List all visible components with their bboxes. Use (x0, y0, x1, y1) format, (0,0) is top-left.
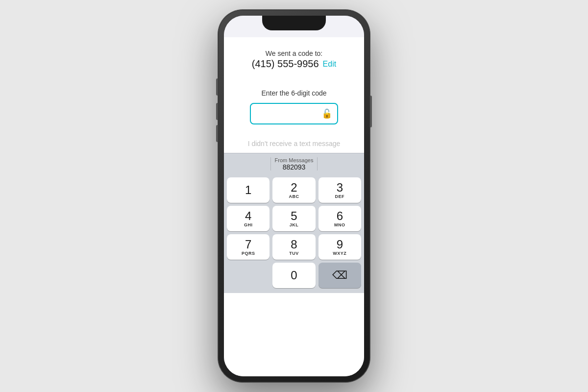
resend-label[interactable]: I didn't receive a text message (248, 140, 341, 147)
key-7-letters: PQRS (242, 251, 255, 256)
key-4-number: 4 (245, 210, 251, 222)
paste-icon: 🔓 (321, 108, 332, 119)
notch-area (224, 16, 364, 37)
edit-link[interactable]: Edit (323, 60, 337, 69)
key-4[interactable]: 4 GHI (227, 206, 270, 231)
key-empty (227, 263, 270, 288)
key-5[interactable]: 5 JKL (272, 206, 315, 231)
phone-number: (415) 555-9956 (252, 58, 319, 70)
key-9[interactable]: 9 WXYZ (318, 234, 361, 260)
resend-section: I didn't receive a text message (234, 139, 354, 153)
notch (262, 16, 326, 30)
code-input-section: Enter the 6-digit code 🔓 (234, 89, 354, 124)
key-8-letters: TUV (289, 251, 299, 256)
key-2[interactable]: 2 ABC (272, 177, 315, 203)
key-2-letters: ABC (289, 194, 299, 199)
key-1-number: 1 (245, 184, 251, 196)
keyboard-suggestion-bar[interactable]: From Messages 882093 (224, 153, 364, 174)
key-4-letters: GHI (244, 222, 253, 227)
key-6-number: 6 (337, 210, 343, 222)
key-2-number: 2 (291, 182, 297, 194)
key-7-number: 7 (245, 239, 251, 250)
phone-number-row: (415) 555-9956 Edit (234, 58, 354, 70)
key-6-letters: MNO (334, 222, 345, 227)
key-3-number: 3 (337, 182, 343, 194)
key-3[interactable]: 3 DEF (318, 177, 361, 203)
key-1[interactable]: 1 (227, 177, 270, 203)
app-content: We sent a code to: (415) 555-9956 Edit E… (224, 37, 364, 153)
suggestion-code-value: 882093 (283, 163, 306, 171)
numpad: 1 2 ABC 3 DEF 4 GHI (224, 174, 364, 293)
numpad-bottom-row: 0 ⌫ (227, 263, 361, 288)
backspace-key[interactable]: ⌫ (318, 263, 361, 288)
screen-content: We sent a code to: (415) 555-9956 Edit E… (224, 37, 364, 376)
key-0-number: 0 (291, 270, 297, 281)
key-0[interactable]: 0 (272, 263, 315, 288)
key-8[interactable]: 8 TUV (272, 234, 315, 260)
key-9-letters: WXYZ (333, 251, 346, 256)
key-5-letters: JKL (290, 222, 299, 227)
code-input-box[interactable]: 🔓 (250, 103, 338, 124)
key-5-number: 5 (291, 210, 297, 222)
phone-device: We sent a code to: (415) 555-9956 Edit E… (218, 10, 370, 382)
key-8-number: 8 (291, 239, 297, 250)
sent-code-label: We sent a code to: (234, 49, 354, 57)
key-6[interactable]: 6 MNO (318, 206, 361, 231)
suggestion-from-label: From Messages (275, 157, 314, 163)
sent-code-section: We sent a code to: (415) 555-9956 Edit (234, 47, 354, 70)
enter-code-label: Enter the 6-digit code (244, 89, 344, 97)
key-9-number: 9 (337, 239, 343, 250)
numpad-grid: 1 2 ABC 3 DEF 4 GHI (227, 177, 361, 260)
key-3-letters: DEF (335, 194, 345, 199)
key-7[interactable]: 7 PQRS (227, 234, 270, 260)
phone-screen: We sent a code to: (415) 555-9956 Edit E… (224, 16, 364, 376)
backspace-icon: ⌫ (332, 269, 347, 282)
